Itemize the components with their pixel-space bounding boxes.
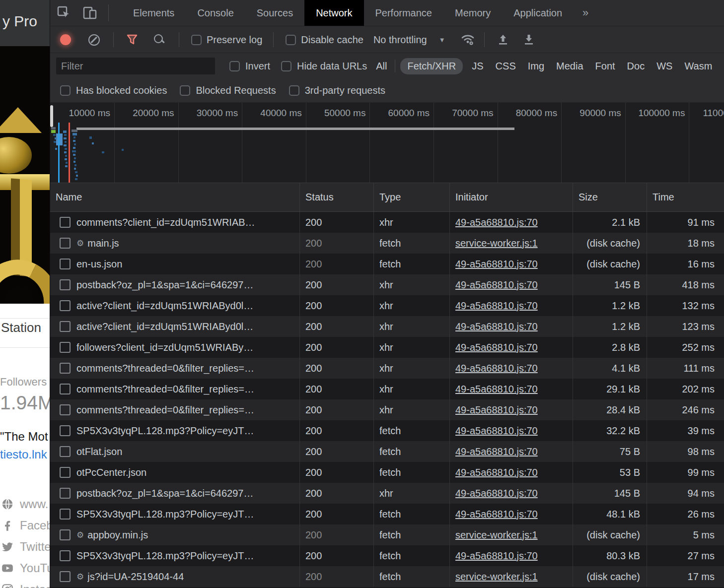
initiator-link[interactable]: 49-a5a68810.js:70 [455,467,538,478]
initiator-link[interactable]: 49-a5a68810.js:70 [455,550,538,562]
row-checkbox[interactable] [60,300,71,311]
filter-type-all[interactable]: All [376,61,387,72]
initiator-link[interactable]: 49-a5a68810.js:70 [455,342,538,353]
tab-elements[interactable]: Elements [122,0,186,26]
initiator-link[interactable]: 49-a5a68810.js:70 [455,279,538,291]
table-row[interactable]: comments?threaded=0&filter_replies=…200x… [50,399,724,420]
row-checkbox[interactable] [60,259,71,269]
initiator-link[interactable]: service-worker.js:1 [455,529,538,541]
has-blocked-cookies-checkbox[interactable] [60,85,71,96]
more-tabs-button[interactable]: » [574,0,597,26]
row-checkbox[interactable] [60,363,71,374]
filter-funnel-icon[interactable] [126,33,139,46]
filter-type-js[interactable]: JS [472,61,483,72]
invert-checkbox[interactable] [229,61,240,71]
hide-data-urls-checkbox[interactable] [281,61,291,71]
tab-application[interactable]: Application [502,0,574,26]
row-checkbox[interactable] [60,238,71,249]
initiator-link[interactable]: 49-a5a68810.js:70 [455,384,538,395]
export-har-icon[interactable] [522,33,535,46]
table-row[interactable]: SP5X3v3tyqPL.128.mp3?Policy=eyJT…200fetc… [50,504,724,524]
request-name-cell[interactable]: ⚙main.js [50,233,300,254]
initiator-link[interactable]: 49-a5a68810.js:70 [455,425,538,437]
initiator-link[interactable]: 49-a5a68810.js:70 [455,509,538,520]
social-link[interactable]: Instag [1,579,50,588]
inspect-element-icon[interactable] [57,5,72,20]
table-row[interactable]: postback?oz_pl=1&spa=1&ci=646297…200xhr4… [50,274,724,295]
row-checkbox[interactable] [60,571,71,582]
table-row[interactable]: ⚙main.js200fetchservice-worker.js:1(disk… [50,233,724,254]
table-row[interactable]: en-us.json200fetch49-a5a68810.js:70(disk… [50,254,724,274]
filter-type-img[interactable]: Img [528,61,544,72]
initiator-link[interactable]: 49-a5a68810.js:70 [455,259,538,270]
preserve-log-checkbox[interactable] [191,35,202,45]
request-name-cell[interactable]: ⚙appboy.min.js [50,524,300,545]
request-name-cell[interactable]: otFlat.json [50,441,300,462]
row-checkbox[interactable] [60,467,71,478]
filter-type-fetch-xhr[interactable]: Fetch/XHR [400,58,463,74]
column-header-size[interactable]: Size [573,183,647,211]
network-conditions-icon[interactable] [460,33,475,46]
request-name-cell[interactable]: followers?client_id=zdUqm51WRIABy… [50,337,300,358]
row-checkbox[interactable] [60,425,71,436]
row-checkbox[interactable] [60,446,71,457]
initiator-link[interactable]: 49-a5a68810.js:70 [455,446,538,457]
filter-type-font[interactable]: Font [595,61,615,72]
request-name-cell[interactable]: comments?threaded=0&filter_replies=… [50,379,300,399]
column-header-initiator[interactable]: Initiator [450,183,573,211]
clear-network-log-icon[interactable] [88,34,100,46]
3rd-party-requests-checkbox[interactable] [289,85,299,96]
row-checkbox[interactable] [60,321,71,332]
network-overview-timeline[interactable]: 10000 ms20000 ms30000 ms40000 ms50000 ms… [50,103,724,183]
table-row[interactable]: SP5X3v3tyqPL.128.mp3?Policy=eyJT…200fetc… [50,420,724,441]
request-name-cell[interactable]: en-us.json [50,254,300,274]
table-row[interactable]: active?client_id=zdUqm51WRIAByd0l…200xhr… [50,295,724,316]
request-name-cell[interactable]: SP5X3v3tyqPL.128.mp3?Policy=eyJT… [50,420,300,441]
row-checkbox[interactable] [60,550,71,561]
tab-station[interactable]: Station [1,320,41,335]
social-link[interactable]: www. [1,493,50,515]
column-header-name[interactable]: Name [50,183,300,211]
table-row[interactable]: SP5X3v3tyqPL.128.mp3?Policy=eyJT…200fetc… [50,545,724,566]
row-checkbox[interactable] [60,384,71,394]
row-checkbox[interactable] [60,404,71,415]
throttling-select[interactable]: No throttling [373,34,427,46]
table-row[interactable]: followers?client_id=zdUqm51WRIABy…200xhr… [50,337,724,358]
request-name-cell[interactable]: active?client_id=zdUqm51WRIAByd0l… [50,316,300,337]
filter-type-wasm[interactable]: Wasm [684,61,712,72]
table-row[interactable]: active?client_id=zdUqm51WRIAByd0l…200xhr… [50,316,724,337]
initiator-link[interactable]: 49-a5a68810.js:70 [455,217,538,228]
initiator-link[interactable]: service-worker.js:1 [455,238,538,249]
tab-network[interactable]: Network [304,0,363,26]
column-header-status[interactable]: Status [300,183,374,211]
search-icon[interactable] [153,34,165,46]
tab-console[interactable]: Console [186,0,245,26]
disable-cache-checkbox[interactable] [286,35,296,45]
initiator-link[interactable]: 49-a5a68810.js:70 [455,300,538,312]
table-row[interactable]: ⚙appboy.min.js200fetchservice-worker.js:… [50,524,724,545]
table-row[interactable]: comments?client_id=zdUqm51WRIAB…200xhr49… [50,212,724,233]
row-checkbox[interactable] [60,488,71,499]
request-name-cell[interactable]: otPcCenter.json [50,462,300,483]
request-name-cell[interactable]: comments?threaded=0&filter_replies=… [50,358,300,379]
request-name-cell[interactable]: ⚙js?id=UA-2519404-44 [50,566,300,587]
request-name-cell[interactable]: comments?client_id=zdUqm51WRIAB… [50,212,300,233]
row-checkbox[interactable] [60,342,71,353]
request-name-cell[interactable]: comments?threaded=0&filter_replies=… [50,399,300,420]
column-header-time[interactable]: Time [647,183,724,211]
social-link[interactable]: Twitte [1,536,50,557]
row-checkbox[interactable] [60,529,71,540]
tab-performance[interactable]: Performance [364,0,444,26]
social-link[interactable]: YouTu [1,557,50,579]
filter-type-media[interactable]: Media [556,61,583,72]
import-har-icon[interactable] [497,33,509,46]
initiator-link[interactable]: 49-a5a68810.js:70 [455,404,538,416]
try-pro-button[interactable]: y Pro [2,13,37,30]
request-name-cell[interactable]: active?client_id=zdUqm51WRIAByd0l… [50,295,300,316]
table-row[interactable]: postback?oz_pl=1&spa=1&ci=646297…200xhr4… [50,483,724,504]
request-name-cell[interactable]: postback?oz_pl=1&spa=1&ci=646297… [50,274,300,295]
chevron-down-icon[interactable]: ▼ [439,36,445,44]
table-row[interactable]: comments?threaded=0&filter_replies=…200x… [50,379,724,399]
device-toolbar-icon[interactable] [82,5,97,20]
table-row[interactable]: otPcCenter.json200fetch49-a5a68810.js:70… [50,462,724,483]
